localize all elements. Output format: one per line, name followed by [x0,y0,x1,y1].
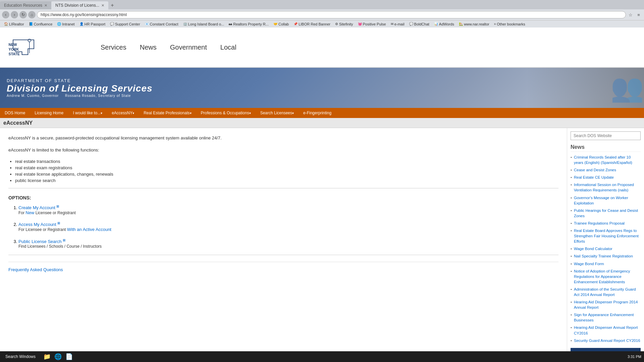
settings-icon[interactable]: ≡ [635,11,642,18]
bookmark-confluence[interactable]: 📘 Confluence [27,21,55,27]
orange-nav-efingerprinting[interactable]: e-Fingerprinting [299,108,336,118]
tab-education-resources[interactable]: Education Resources ✕ [0,1,51,9]
option-1: Create My Account ⊠ For New Licensee or … [18,204,558,215]
bookmark-star-icon[interactable]: ☆ [627,11,634,18]
nav-news[interactable]: News [140,44,157,51]
new-tab-button[interactable]: + [108,1,116,9]
bookmark-libor[interactable]: 🏢 Long Island Board o... [181,21,226,27]
bookmark-icon: 💬 [409,22,413,26]
bookmark-libor-red[interactable]: 📌 LIBOR Red Banner [291,21,332,27]
bookmark-hr-passport[interactable]: 👤 HR Passport [77,21,107,27]
bookmark-icon: 📌 [293,22,298,26]
tab-close-btn[interactable]: ✕ [101,3,104,8]
bookmark-realtors[interactable]: 🏘 Realtors Property R... [227,21,271,27]
orange-nav-search-licensees[interactable]: Search Licensees [256,108,299,118]
faq-link[interactable]: Frequently Asked Questions [8,262,558,272]
bookmark-nar[interactable]: 🏡 www.nar.realtor [457,21,491,27]
sub-header: eAccessNY [0,118,644,128]
orange-nav-real-estate[interactable]: Real Estate Professionals [139,108,196,118]
bookmark-collab[interactable]: 🤝 Collab [271,21,291,27]
bookmark-icon: 💓 [358,22,362,26]
bookmark-email[interactable]: ✉ e-mail [389,21,407,27]
browser-icons: ☆ ≡ [627,11,642,18]
news-item-real-estate-board[interactable]: Real Estate Board Approves Regs to Stren… [571,228,641,244]
bookmark-intranet[interactable]: 🌐 Intranet [55,21,76,27]
address-input[interactable]: https://www.dos.ny.gov/licensing/eaccess… [37,11,626,18]
orange-nav-professions[interactable]: Professions & Occupations [196,108,256,118]
news-item-wage-bond-form[interactable]: Wage Bond Form [571,261,641,266]
orange-nav-i-would-like[interactable]: I would like to... [68,108,107,118]
news-item-public-hearings[interactable]: Public Hearings for Cease and Desist Zon… [571,208,641,219]
news-item-sign-appearance[interactable]: Sign for Appearance Enhancement Business… [571,312,641,323]
orange-nav-dos-home[interactable]: DOS Home [0,108,30,118]
access-account-sub: For Licensee or Registrant With an Activ… [18,227,558,232]
options-heading: OPTIONS: [8,195,558,200]
news-item-nail-specialty[interactable]: Nail Specialty Trainee Registration [571,253,641,259]
bookmark-icon: 📊 [434,22,438,26]
news-item-governor-massage[interactable]: Governor's Message on Worker Exploitatio… [571,195,641,206]
option-3: Public License Search ⊠ Find Licensees /… [18,238,558,248]
news-item-cease-desist-zones[interactable]: Cease and Desist Zones [571,167,641,173]
functions-list: real estate transactions real estate exa… [15,159,558,183]
nav-services[interactable]: Services [101,44,126,51]
bookmark-other[interactable]: » Other bookmarks [492,21,527,27]
main-layout: eAccessNY is a secure, password-protecte… [0,128,644,362]
active-account-link[interactable]: With an Active Account [67,227,111,232]
taskbar-icons: 📁 🌐 📄 [41,353,75,360]
orange-nav: DOS Home Licensing Home I would like to.… [0,108,644,118]
bookmark-icon: 💬 [110,22,114,26]
external-link-icon: ⊠ [57,221,60,225]
bookmarks-bar: 🏠 LIRealtor 📘 Confluence 🌐 Intranet 👤 HR… [0,20,644,27]
bookmark-adwords[interactable]: 📊 AdWords [432,21,456,27]
orange-nav-licensing-home[interactable]: Licensing Home [30,108,68,118]
create-account-link[interactable]: Create My Account ⊠ [18,205,59,210]
nav-local[interactable]: Local [220,44,236,51]
bookmark-icon: 🏡 [459,22,463,26]
ny-state-logo: NEW YORK STATE [7,34,40,61]
intro-text-2: eAccessNY is limited to the following fu… [8,147,558,154]
main-content-area: eAccessNY is a secure, password-protecte… [0,128,567,362]
news-item-hearing-aid-cy2016[interactable]: Hearing Aid Dispenser Annual Report CY20… [571,325,641,336]
tab-close-btn[interactable]: ✕ [44,3,47,8]
tab-bar: Education Resources ✕ NTS Division of Li… [0,0,644,9]
public-license-search-link[interactable]: Public License Search ⊠ [18,239,65,244]
tab-nts-division[interactable]: NTS Division of Licens... ✕ [51,1,108,9]
news-item-real-estate-ce[interactable]: Real Estate CE Update [571,175,641,180]
external-link-icon: ⊠ [56,204,59,208]
news-item-hearing-aid-2014[interactable]: Hearing Aid Dispenser Program 2014 Annua… [571,299,641,310]
forward-button[interactable]: › [11,11,18,18]
news-item-emergency-regs[interactable]: Notice of Adoption of Emergency Regulati… [571,268,641,285]
news-item-security-guard[interactable]: Administration of the Security Guard Act… [571,287,641,297]
dos-dept-label: Department of State [7,78,153,83]
back-button[interactable]: ‹ [2,11,9,18]
intro-text-1: eAccessNY is a secure, password-protecte… [8,135,558,142]
bookmark-sitefinity[interactable]: ⚙ Sitefinity [333,21,355,27]
bookmark-support-center[interactable]: 💬 Support Center [108,21,142,27]
home-button[interactable]: ⌂ [28,11,36,18]
news-item-criminal-records[interactable]: Criminal Records Sealed after 10 years (… [571,155,641,165]
bookmark-lirealtor[interactable]: 🏠 LIRealtor [2,21,26,27]
bookmark-icon: ⚙ [335,22,338,26]
news-item-trainee-regulations[interactable]: Trainee Regulations Proposal [571,221,641,226]
bookmark-positive-pulse[interactable]: 💓 Positive Pulse [356,21,388,27]
bookmark-icon: 🤝 [273,22,277,26]
ny-logo-area: NEW YORK STATE [7,34,94,61]
bookmark-icon: 📘 [29,22,33,26]
svg-text:YORK: YORK [9,47,19,51]
new-licensee-link[interactable]: New [25,210,34,215]
nav-government[interactable]: Government [170,44,207,51]
orange-nav-eaccessny[interactable]: eAccessNY [107,108,139,118]
search-windows[interactable]: Search Windows [3,354,38,359]
bookmark-icon: 🏠 [4,22,8,26]
bookmark-boldchat[interactable]: 💬 BoldChat [407,21,431,27]
search-input[interactable] [571,131,641,140]
bookmark-constant-contact[interactable]: 📧 Constant Contact [143,21,180,27]
divider-2 [8,255,558,255]
address-bar-row: ‹ › ↻ ⌂ https://www.dos.ny.gov/licensing… [0,9,644,20]
news-item-security-guard-cy2016[interactable]: Security Guard Annual Report CY2016 [571,338,641,343]
reload-button[interactable]: ↻ [19,11,27,18]
access-account-link[interactable]: Access My Account ⊠ [18,222,60,227]
news-item-wage-bond-calc[interactable]: Wage Bond Calculator [571,246,641,251]
news-item-ventilation[interactable]: Informational Session on Proposed Ventil… [571,182,641,193]
function-item-4: public license search [15,178,558,183]
